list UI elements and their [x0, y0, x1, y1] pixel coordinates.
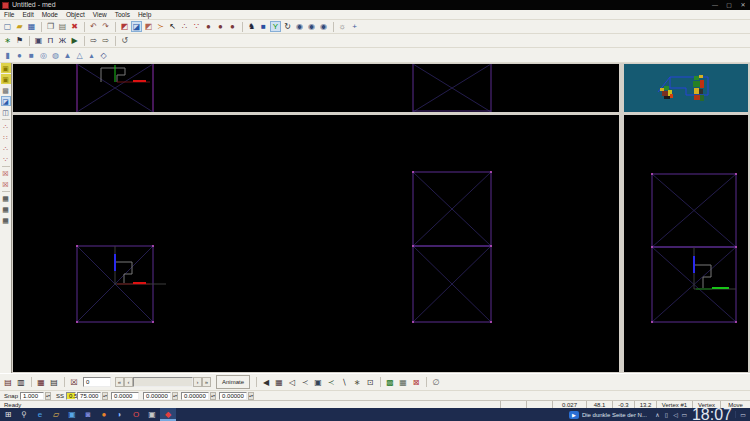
grid-yellow-2-button[interactable]: ▣: [1, 74, 11, 84]
play-preview-button[interactable]: ▶: [69, 35, 80, 46]
minimize-button[interactable]: —: [708, 0, 722, 10]
move-all-button[interactable]: +: [349, 21, 360, 32]
first-frame-button[interactable]: «: [115, 377, 124, 387]
grid-dark-3-button[interactable]: ▦: [1, 215, 11, 225]
menu-view[interactable]: View: [89, 10, 111, 19]
prev-frame-button[interactable]: ‹: [124, 377, 133, 387]
maximize-button[interactable]: ▢: [722, 0, 736, 10]
viewport-main[interactable]: [13, 115, 619, 372]
grid-dark-2-button[interactable]: ▦: [1, 204, 11, 214]
rotate-tool-button[interactable]: ↻: [282, 21, 293, 32]
save-file-button[interactable]: ▦: [26, 21, 37, 32]
path-tool-button[interactable]: ≺: [325, 376, 337, 388]
frames-list-button[interactable]: ▤: [2, 376, 14, 388]
vertex-cloud-1-button[interactable]: ∴: [1, 121, 11, 131]
group-sphere-1-button[interactable]: ◉: [294, 21, 305, 32]
grid-yellow-1-button[interactable]: ▣: [1, 63, 11, 73]
offset-x-spinner[interactable]: ▴▾: [172, 392, 178, 400]
normals-tool-button[interactable]: ⊡: [364, 376, 376, 388]
pattern-view-button[interactable]: ▩: [1, 85, 11, 95]
snap-move-button[interactable]: ∗: [2, 35, 13, 46]
mirror-flag-button[interactable]: ⚑: [14, 35, 25, 46]
select-arrow-button[interactable]: ↖: [167, 21, 178, 32]
undo-button[interactable]: ↶: [88, 21, 99, 32]
ss-value-field[interactable]: 0.5: [66, 392, 76, 400]
axis-lock-button[interactable]: Y: [270, 21, 281, 32]
path-prev-button[interactable]: ≺: [299, 376, 311, 388]
search-icon[interactable]: ⚲: [16, 408, 32, 421]
next-step-button[interactable]: ⇨: [88, 35, 99, 46]
vertex-cloud-3-button[interactable]: ∴: [1, 143, 11, 153]
file-explorer-icon[interactable]: ▱: [48, 408, 64, 421]
create-cone-button[interactable]: ▲: [62, 50, 73, 61]
menu-object[interactable]: Object: [62, 10, 89, 19]
create-cylinder-button[interactable]: ▮: [2, 50, 13, 61]
face-mode-button[interactable]: ◩: [143, 21, 154, 32]
photos-app-icon[interactable]: ▣: [64, 408, 80, 421]
frames-grid-button[interactable]: ▥: [15, 376, 27, 388]
paste-button[interactable]: ▤: [57, 21, 68, 32]
bones-tool-button[interactable]: Π: [45, 35, 56, 46]
frame-number-field[interactable]: 0: [83, 377, 111, 387]
keyframe-copy-button[interactable]: ▤: [48, 376, 60, 388]
viewport-3d-preview[interactable]: [624, 64, 748, 112]
med-app-icon[interactable]: ◆: [160, 408, 176, 421]
keyframe-add-button[interactable]: ▦: [35, 376, 47, 388]
create-diamond-button[interactable]: ◇: [98, 50, 109, 61]
wireframe-view-button[interactable]: ◪: [1, 96, 11, 106]
gray-app-icon[interactable]: ▣: [144, 408, 160, 421]
edge-mode-button[interactable]: ◪: [131, 21, 142, 32]
uv-map-button[interactable]: ▦: [397, 376, 409, 388]
menu-help[interactable]: Help: [134, 10, 155, 19]
snap-spinner[interactable]: ▴▾: [45, 392, 51, 400]
camera-view-button[interactable]: ▣: [312, 376, 324, 388]
select-region-1-button[interactable]: ☒: [1, 168, 11, 178]
sound-mute-button[interactable]: ◁: [286, 376, 298, 388]
menu-edit[interactable]: Edit: [18, 10, 37, 19]
redo-button[interactable]: ↷: [100, 21, 111, 32]
create-wedge-button[interactable]: ▴: [86, 50, 97, 61]
menu-file[interactable]: File: [0, 10, 18, 19]
open-file-button[interactable]: ▰: [14, 21, 25, 32]
grid-size-field[interactable]: 75.000: [77, 392, 101, 400]
angle-field[interactable]: 0.0000: [111, 392, 139, 400]
start-button[interactable]: ⊞: [0, 408, 16, 421]
weld-tool-button[interactable]: ∗: [351, 376, 363, 388]
animate-button[interactable]: Animate: [216, 375, 250, 389]
teams-app-icon[interactable]: ◙: [80, 408, 96, 421]
opera-browser-icon[interactable]: O: [128, 408, 144, 421]
taskbar-clock[interactable]: 18:07: [689, 406, 735, 421]
offset-z-spinner[interactable]: ▴▾: [248, 392, 254, 400]
delete-button[interactable]: ✖: [69, 21, 80, 32]
snap-value-field[interactable]: 1.000: [20, 392, 44, 400]
loop-tool-button[interactable]: ↺: [119, 35, 130, 46]
bone-grid-button[interactable]: ▦: [273, 376, 285, 388]
offset-y-spinner[interactable]: ▴▾: [210, 392, 216, 400]
offset-x-field[interactable]: 0.00000: [143, 392, 171, 400]
chat-app-icon[interactable]: ◗: [112, 408, 128, 421]
create-cube-button[interactable]: ■: [26, 50, 37, 61]
tray-battery-icon[interactable]: ▯: [662, 411, 671, 418]
create-torus-button[interactable]: ◍: [50, 50, 61, 61]
select-region-2-button[interactable]: ☒: [1, 179, 11, 189]
last-step-button[interactable]: ⇨: [100, 35, 111, 46]
uv-green-button[interactable]: ▩: [384, 376, 396, 388]
media-notification[interactable]: ▶ Die dunkle Seite der N...: [569, 411, 647, 419]
viewport-top[interactable]: [13, 64, 619, 112]
smooth-sphere-button[interactable]: ●: [227, 21, 238, 32]
texture-square-button[interactable]: ▣: [33, 35, 44, 46]
viewport-right[interactable]: [624, 115, 748, 372]
menu-tools[interactable]: Tools: [111, 10, 134, 19]
mirror-tool-button[interactable]: Ж: [57, 35, 68, 46]
model-figure-button[interactable]: ♞: [246, 21, 257, 32]
menu-mode[interactable]: Mode: [38, 10, 62, 19]
sound-tool-button[interactable]: ◀: [260, 376, 272, 388]
vertex-cloud-4-button[interactable]: ∵: [1, 154, 11, 164]
merge-sphere-button[interactable]: ●: [203, 21, 214, 32]
group-sphere-2-button[interactable]: ◉: [306, 21, 317, 32]
vertex-mode-button[interactable]: ◩: [119, 21, 130, 32]
group-sphere-3-button[interactable]: ◉: [318, 21, 329, 32]
edge-browser-icon[interactable]: e: [32, 408, 48, 421]
new-file-button[interactable]: ▢: [2, 21, 13, 32]
copy-button[interactable]: ❐: [45, 21, 56, 32]
